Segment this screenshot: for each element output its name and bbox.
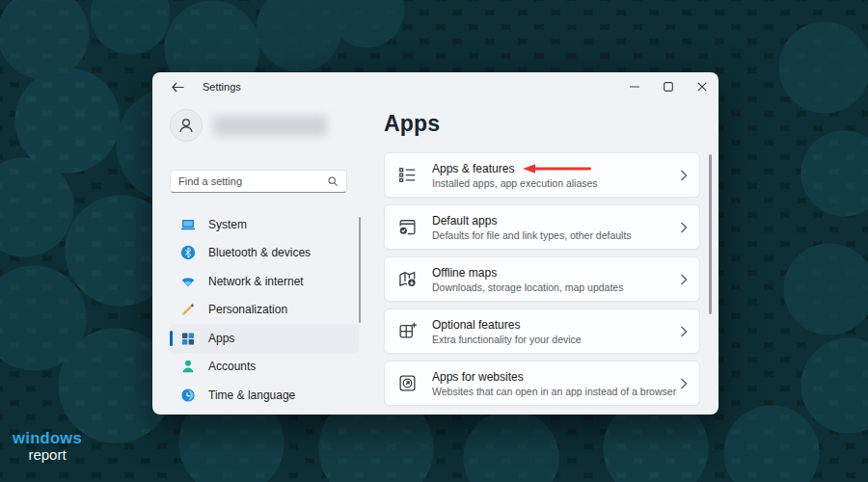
user-profile[interactable] xyxy=(170,105,381,146)
sidebar-item-label: Bluetooth & devices xyxy=(208,246,311,259)
red-arrow-annotation xyxy=(523,163,592,174)
sidebar-item-label: System xyxy=(208,218,247,231)
system-icon xyxy=(180,217,196,232)
apps-for-websites-icon xyxy=(397,373,418,393)
card-optional-features[interactable]: Optional features Extra functionality fo… xyxy=(384,308,700,354)
chevron-right-icon xyxy=(680,326,688,337)
main-pane: Apps Apps & features Installed apps, xyxy=(381,101,719,415)
sidebar-item-apps[interactable]: Apps xyxy=(170,324,359,353)
apps-features-icon xyxy=(397,165,418,185)
user-name-redacted xyxy=(213,116,327,136)
chevron-right-icon xyxy=(680,378,688,389)
network-icon xyxy=(180,274,196,289)
sidebar-item-time-language[interactable]: Time & language xyxy=(170,381,359,410)
back-arrow-icon xyxy=(172,82,184,93)
minimize-button[interactable] xyxy=(617,72,651,101)
person-icon xyxy=(176,115,197,136)
bluetooth-icon xyxy=(180,245,196,260)
close-button[interactable] xyxy=(685,72,719,101)
card-title: Optional features xyxy=(432,318,582,332)
sidebar-item-network-internet[interactable]: Network & internet xyxy=(170,267,359,296)
windows-report-logo: windows report xyxy=(13,430,82,462)
sidebar-item-label: Personalization xyxy=(208,303,287,316)
sidebar-item-system[interactable]: System xyxy=(170,210,359,239)
sidebar-scrollbar[interactable] xyxy=(359,217,361,323)
chevron-right-icon xyxy=(680,274,688,285)
sidebar-item-label: Time & language xyxy=(208,388,295,402)
card-title: Apps & features xyxy=(432,162,598,175)
sidebar-nav: System Bluetooth & devices Network & int… xyxy=(170,210,381,410)
optional-features-icon xyxy=(397,321,418,341)
sidebar-item-personalization[interactable]: Personalization xyxy=(170,296,359,325)
main-scrollbar[interactable] xyxy=(709,154,712,314)
window-title: Settings xyxy=(203,81,241,93)
chevron-right-icon xyxy=(680,170,688,181)
maximize-icon xyxy=(664,82,673,92)
sidebar-item-accounts[interactable]: Accounts xyxy=(170,353,359,382)
search-placeholder: Find a setting xyxy=(178,175,327,187)
page-title: Apps xyxy=(384,111,719,137)
card-subtitle: Extra functionality for your device xyxy=(432,334,582,345)
card-apps-features[interactable]: Apps & features Installed apps, app exec… xyxy=(384,152,700,198)
card-subtitle: Defaults for file and link types, other … xyxy=(432,229,632,241)
card-offline-maps[interactable]: Offline maps Downloads, storage location… xyxy=(384,256,700,302)
sidebar-item-label: Accounts xyxy=(208,360,256,373)
card-apps-for-websites[interactable]: Apps for websites Websites that can open… xyxy=(384,361,700,406)
search-input[interactable]: Find a setting xyxy=(170,170,347,193)
personalization-icon xyxy=(180,302,196,317)
titlebar: Settings xyxy=(152,72,719,101)
settings-window: Settings xyxy=(152,72,719,415)
offline-maps-icon xyxy=(397,269,418,289)
avatar xyxy=(170,109,203,142)
maximize-button[interactable] xyxy=(651,72,685,101)
card-title: Apps for websites xyxy=(432,370,676,384)
close-icon xyxy=(697,82,707,92)
apps-icon xyxy=(180,331,196,346)
logo-line-2: report xyxy=(13,447,82,462)
card-title: Offline maps xyxy=(432,266,623,280)
back-button[interactable] xyxy=(169,78,186,95)
settings-card-list: Apps & features Installed apps, app exec… xyxy=(384,152,719,406)
sidebar-item-label: Network & internet xyxy=(208,275,304,288)
window-controls xyxy=(617,72,719,101)
card-title: Default apps xyxy=(432,214,632,228)
card-subtitle: Installed apps, app execution aliases xyxy=(432,177,598,189)
minimize-icon xyxy=(630,82,639,92)
time-language-icon xyxy=(180,388,196,403)
sidebar: Find a setting System Blueto xyxy=(152,101,381,415)
chevron-right-icon xyxy=(680,222,688,233)
card-default-apps[interactable]: Default apps Defaults for file and link … xyxy=(384,204,700,250)
default-apps-icon xyxy=(397,217,418,237)
card-subtitle: Downloads, storage location, map updates xyxy=(432,281,623,293)
sidebar-item-bluetooth-devices[interactable]: Bluetooth & devices xyxy=(170,239,359,268)
card-subtitle: Websites that can open in an app instead… xyxy=(432,386,676,397)
sidebar-item-label: Apps xyxy=(208,332,234,345)
search-icon xyxy=(327,175,339,187)
logo-line-1: windows xyxy=(13,430,82,446)
accounts-icon xyxy=(180,359,196,374)
